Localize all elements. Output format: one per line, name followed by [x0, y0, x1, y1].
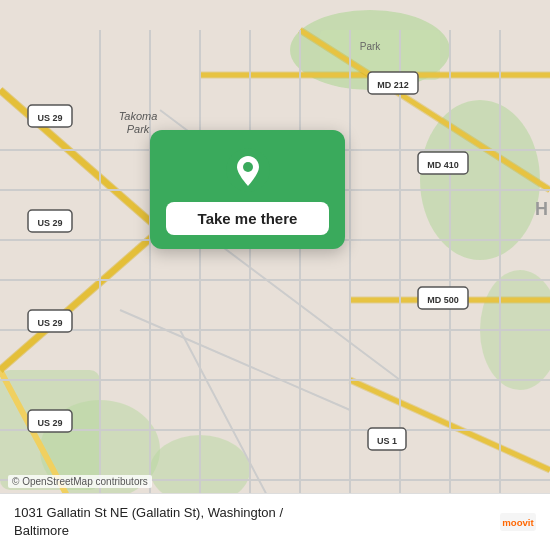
location-pin-icon	[226, 148, 270, 192]
take-me-there-button[interactable]: Take me there	[166, 202, 329, 235]
map-attribution: © OpenStreetMap contributors	[8, 475, 152, 488]
svg-text:US 29: US 29	[37, 318, 62, 328]
svg-text:US 29: US 29	[37, 418, 62, 428]
moovit-logo-svg: moovit	[500, 504, 536, 540]
take-me-there-popup: Take me there	[150, 130, 345, 249]
svg-text:MD 212: MD 212	[377, 80, 409, 90]
svg-text:Park: Park	[127, 123, 150, 135]
svg-line-40	[120, 310, 350, 410]
svg-text:MD 500: MD 500	[427, 295, 459, 305]
info-bar: 1031 Gallatin St NE (Gallatin St), Washi…	[0, 493, 550, 550]
svg-text:US 29: US 29	[37, 218, 62, 228]
svg-text:US 1: US 1	[377, 436, 397, 446]
svg-text:Park: Park	[360, 41, 382, 52]
svg-line-12	[0, 230, 160, 370]
svg-point-3	[420, 100, 540, 260]
address-label: 1031 Gallatin St NE (Gallatin St), Washi…	[14, 504, 283, 540]
svg-text:moovit: moovit	[502, 517, 534, 528]
moovit-logo: moovit	[500, 504, 536, 540]
svg-text:H: H	[535, 199, 548, 219]
map-container: Park	[0, 0, 550, 550]
map-overlay: Park	[0, 0, 550, 550]
svg-point-62	[243, 162, 253, 172]
svg-text:US 29: US 29	[37, 113, 62, 123]
svg-text:MD 410: MD 410	[427, 160, 459, 170]
svg-text:Takoma: Takoma	[119, 110, 158, 122]
